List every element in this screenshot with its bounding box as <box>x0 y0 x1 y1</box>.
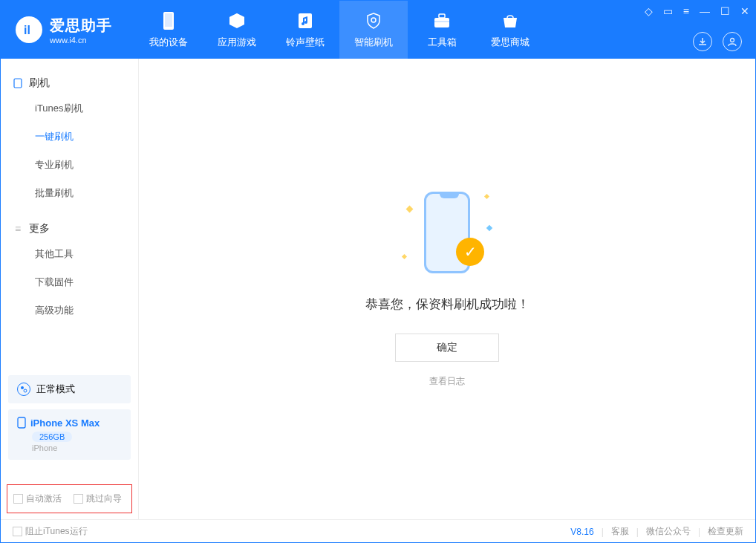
tab-toolbox[interactable]: 工具箱 <box>408 1 476 59</box>
footer-link-wechat[interactable]: 微信公众号 <box>646 525 691 538</box>
header-action-icons <box>693 32 742 51</box>
tab-label: 应用游戏 <box>218 36 256 49</box>
success-message: 恭喜您，保资料刷机成功啦！ <box>365 296 529 313</box>
tab-label: 工具箱 <box>428 36 457 49</box>
footer: 阻止iTunes运行 V8.16 | 客服 | 微信公众号 | 检查更新 <box>1 519 755 543</box>
minimize-button[interactable]: — <box>700 5 710 17</box>
mode-icon <box>17 383 30 396</box>
footer-link-update[interactable]: 检查更新 <box>708 525 743 538</box>
svg-rect-2 <box>165 13 172 27</box>
device-mode-row[interactable]: 正常模式 <box>8 375 131 403</box>
app-subtitle: www.i4.cn <box>50 36 112 45</box>
list-icon: ≡ <box>13 224 23 234</box>
section-title: 更多 <box>29 222 50 235</box>
tab-label: 爱思商城 <box>491 36 529 49</box>
phone-icon <box>13 78 23 88</box>
ok-button[interactable]: 确定 <box>395 334 499 362</box>
tab-my-device[interactable]: 我的设备 <box>134 1 203 59</box>
sidebar-item-download-firmware[interactable]: 下载固件 <box>1 268 138 296</box>
nav-tabs: 我的设备 应用游戏 铃声壁纸 智能刷机 工具箱 爱思商城 <box>134 1 544 59</box>
device-icon <box>158 10 179 31</box>
footer-label: 阻止iTunes运行 <box>25 526 88 536</box>
close-button[interactable]: ✕ <box>740 5 749 17</box>
tab-label: 铃声壁纸 <box>286 36 325 49</box>
svg-point-8 <box>731 39 734 42</box>
logo-icon: il <box>16 16 42 43</box>
header: il 爱思助手 www.i4.cn 我的设备 应用游戏 铃声壁纸 智能刷机 工具… <box>1 1 755 59</box>
svg-rect-6 <box>439 14 445 18</box>
tab-store[interactable]: 爱思商城 <box>476 1 544 59</box>
sidebar-item-oneclick-flash[interactable]: 一键刷机 <box>1 123 138 151</box>
sidebar: 刷机 iTunes刷机 一键刷机 专业刷机 批量刷机 ≡ 更多 其他工具 下载固… <box>1 59 139 519</box>
sidebar-section-flash: 刷机 <box>1 72 138 94</box>
tab-apps[interactable]: 应用游戏 <box>203 1 271 59</box>
store-icon <box>500 10 521 31</box>
app-title: 爱思助手 <box>50 16 112 36</box>
svg-point-4 <box>371 18 376 22</box>
logo-area[interactable]: il 爱思助手 www.i4.cn <box>1 16 127 45</box>
svg-rect-5 <box>434 18 449 27</box>
svg-text:il: il <box>24 24 30 36</box>
sidebar-section-more: ≡ 更多 <box>1 218 138 240</box>
sidebar-item-itunes-flash[interactable]: iTunes刷机 <box>1 94 138 123</box>
device-type: iPhone <box>32 443 122 452</box>
success-illustration: ✓ <box>403 190 492 279</box>
menu-icon[interactable]: ≡ <box>683 5 689 17</box>
user-icon[interactable] <box>723 32 742 51</box>
layout-icon[interactable]: ▭ <box>663 5 673 17</box>
music-icon <box>295 10 316 31</box>
phone-icon <box>17 417 26 429</box>
check-badge-icon: ✓ <box>456 238 484 266</box>
checkbox-skip-guide[interactable]: 跳过向导 <box>74 492 122 505</box>
checkbox-block-itunes[interactable]: 阻止iTunes运行 <box>13 525 88 538</box>
download-icon[interactable] <box>693 32 712 51</box>
checkbox-auto-activate[interactable]: 自动激活 <box>13 492 62 505</box>
tab-label: 我的设备 <box>149 36 188 49</box>
svg-rect-12 <box>18 417 25 428</box>
svg-rect-3 <box>299 13 312 28</box>
sidebar-item-advanced[interactable]: 高级功能 <box>1 296 138 325</box>
shield-icon <box>363 10 384 31</box>
device-capacity: 256GB <box>32 432 72 442</box>
maximize-button[interactable]: ☐ <box>720 5 730 17</box>
view-log-link[interactable]: 查看日志 <box>429 375 465 388</box>
sidebar-item-other-tools[interactable]: 其他工具 <box>1 240 138 268</box>
section-title: 刷机 <box>29 77 50 90</box>
svg-point-11 <box>24 389 27 392</box>
svg-rect-9 <box>14 79 22 88</box>
footer-link-support[interactable]: 客服 <box>611 525 629 538</box>
options-highlighted: 自动激活 跳过向导 <box>7 484 132 513</box>
mode-label: 正常模式 <box>36 383 75 396</box>
device-name: iPhone XS Max <box>17 417 122 429</box>
option-label: 自动激活 <box>26 493 62 504</box>
main-content: ✓ 恭喜您，保资料刷机成功啦！ 确定 查看日志 <box>139 59 755 519</box>
sidebar-item-pro-flash[interactable]: 专业刷机 <box>1 151 138 179</box>
shirt-icon[interactable]: ◇ <box>645 5 653 17</box>
window-controls: ◇ ▭ ≡ — ☐ ✕ <box>645 5 749 17</box>
svg-rect-7 <box>434 21 449 22</box>
sidebar-item-batch-flash[interactable]: 批量刷机 <box>1 179 138 207</box>
toolbox-icon <box>431 10 452 31</box>
tab-ringtones[interactable]: 铃声壁纸 <box>271 1 339 59</box>
version-label: V8.16 <box>570 527 593 537</box>
option-label: 跳过向导 <box>86 493 122 504</box>
svg-point-10 <box>21 386 24 389</box>
device-name-text: iPhone XS Max <box>30 417 100 429</box>
tab-label: 智能刷机 <box>354 36 393 49</box>
device-info-row[interactable]: iPhone XS Max 256GB iPhone <box>8 409 131 460</box>
tab-flash[interactable]: 智能刷机 <box>339 1 408 59</box>
cube-icon <box>227 10 247 31</box>
